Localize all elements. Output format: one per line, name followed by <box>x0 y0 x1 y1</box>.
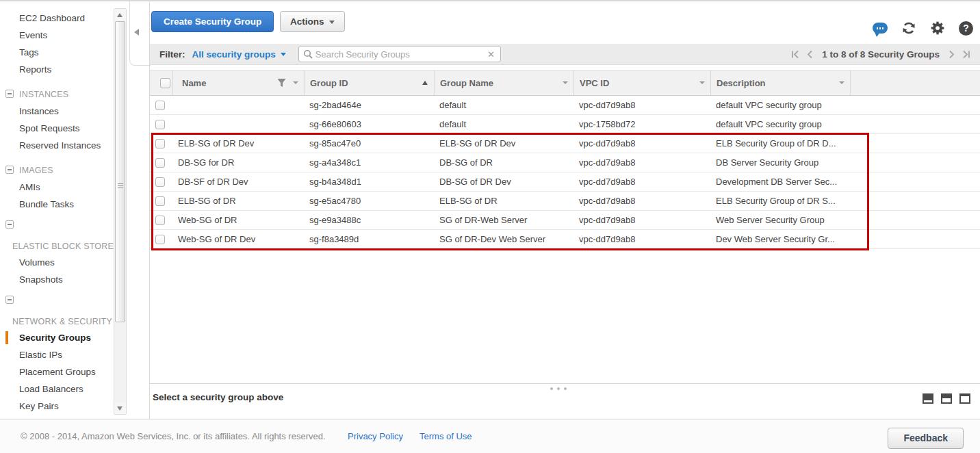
sidebar-item[interactable] <box>0 294 114 307</box>
sidebar-item[interactable] <box>0 218 114 232</box>
collapse-minus-icon[interactable] <box>5 90 14 98</box>
scrollbar-thumb[interactable] <box>115 21 125 322</box>
sidebar-item[interactable]: INSTANCES <box>0 86 114 103</box>
column-header-description[interactable]: Description <box>710 70 850 95</box>
sidebar-item[interactable]: Reports <box>0 61 114 78</box>
row-checkbox[interactable] <box>155 177 165 187</box>
table-row[interactable]: Web-SG of DR Dev sg-f8a3489d SG of DR-De… <box>150 230 980 249</box>
search-input[interactable] <box>313 49 487 60</box>
sidebar-item[interactable]: Instances <box>0 103 114 120</box>
sidebar-item-label: Security Groups <box>19 333 91 343</box>
cell-empty <box>850 96 980 114</box>
column-header-group-name[interactable]: Group Name <box>434 70 573 95</box>
sidebar-collapse-tab[interactable] <box>129 1 151 66</box>
pane-size-large-icon[interactable] <box>959 393 970 404</box>
feedback-chat-icon[interactable] <box>873 23 888 34</box>
table-row[interactable]: Web-SG of DR sg-e9a3488c SG of DR-Web Se… <box>150 211 980 230</box>
actions-button[interactable]: Actions <box>280 11 345 32</box>
sidebar-item[interactable]: ELASTIC BLOCK STORE <box>0 239 114 254</box>
scroll-down-button[interactable] <box>114 402 126 414</box>
privacy-policy-link[interactable]: Privacy Policy <box>348 431 403 441</box>
feedback-button[interactable]: Feedback <box>888 428 964 449</box>
table-row[interactable]: DB-SG for DR sg-a4a348c1 DB-SG of DR vpc… <box>150 153 980 172</box>
sidebar-item[interactable]: Events <box>0 27 114 44</box>
sidebar-item[interactable]: NETWORK & SECURITY <box>0 314 114 329</box>
row-checkbox[interactable] <box>155 158 165 168</box>
sidebar-item[interactable]: Placement Groups <box>0 363 114 380</box>
row-checkbox-cell <box>150 134 172 153</box>
chevron-left-icon <box>134 29 139 36</box>
collapse-minus-icon[interactable] <box>5 166 14 174</box>
sidebar-item[interactable]: IMAGES <box>0 161 114 179</box>
sidebar-item[interactable]: Spot Requests <box>0 120 114 137</box>
cell-name: Web-SG of DR Dev <box>172 230 304 248</box>
sidebar-item[interactable]: Security Groups <box>0 329 114 346</box>
sidebar-item-label: Reports <box>19 64 51 75</box>
cell-group-name: ELB-SG of DR <box>434 192 573 210</box>
sidebar-item[interactable]: EC2 Dashboard <box>0 10 114 27</box>
row-checkbox[interactable] <box>155 196 165 206</box>
table-row[interactable]: sg-66e80603 default vpc-1758bd72 default… <box>150 115 980 134</box>
cell-empty <box>850 192 980 210</box>
chevron-down-icon <box>329 21 335 24</box>
clear-search-icon[interactable]: ✕ <box>487 49 495 60</box>
table-row[interactable]: DB-SF of DR Dev sg-b4a348d1 DB-SG of DR … <box>150 172 980 192</box>
settings-gear-icon[interactable] <box>930 21 945 36</box>
row-checkbox[interactable] <box>155 139 165 148</box>
filter-funnel-icon[interactable] <box>277 78 286 88</box>
sidebar-item[interactable]: Snapshots <box>0 271 114 288</box>
sidebar-item[interactable]: Tags <box>0 44 114 61</box>
sidebar-item[interactable]: Key Pairs <box>0 398 114 415</box>
cell-vpc-id: vpc-dd7d9ab8 <box>573 230 710 248</box>
sidebar-item-label: Instances <box>19 106 59 116</box>
cell-group-id: sg-85ac47e0 <box>304 134 434 153</box>
filter-scope-dropdown[interactable]: All security groups <box>192 49 286 60</box>
table-row[interactable]: sg-2bad464e default vpc-dd7d9ab8 default… <box>150 96 980 115</box>
last-page-button[interactable] <box>962 50 970 59</box>
sidebar-item[interactable]: AMIs <box>0 179 114 196</box>
select-all-checkbox[interactable] <box>160 78 170 88</box>
cell-description: default VPC security group <box>710 115 850 133</box>
chevron-down-icon <box>699 81 705 84</box>
refresh-icon[interactable] <box>901 21 916 36</box>
row-checkbox-cell <box>150 192 172 210</box>
row-checkbox[interactable] <box>155 216 165 225</box>
terms-of-use-link[interactable]: Terms of Use <box>420 431 472 441</box>
row-checkbox-cell <box>150 230 172 248</box>
cell-name: ELB-SG of DR <box>172 192 304 210</box>
row-checkbox[interactable] <box>155 235 165 244</box>
cell-group-name: SG of DR-Dev Web Server <box>434 230 573 248</box>
row-checkbox[interactable] <box>155 120 165 129</box>
create-security-group-button[interactable]: Create Security Group <box>151 11 274 32</box>
detail-pane: Select a security group above <box>150 383 980 419</box>
sidebar-item[interactable]: Load Balancers <box>0 380 114 398</box>
help-icon[interactable]: ? <box>959 21 973 36</box>
pane-layout-toggles <box>923 393 970 404</box>
row-checkbox[interactable] <box>155 101 165 110</box>
pane-size-medium-icon[interactable] <box>941 393 952 404</box>
sidebar-scrollbar[interactable] <box>114 8 127 415</box>
collapse-minus-icon[interactable] <box>5 220 14 229</box>
table-row[interactable]: ELB-SG of DR Dev sg-85ac47e0 ELB-SG of D… <box>150 134 980 153</box>
pagination-label: 1 to 8 of 8 Security Groups <box>822 49 940 60</box>
scroll-up-button[interactable] <box>114 9 126 21</box>
column-header-group-id[interactable]: Group ID <box>304 70 434 95</box>
first-page-button[interactable] <box>791 50 800 59</box>
collapse-minus-icon[interactable] <box>5 296 14 304</box>
sidebar-item[interactable]: Elastic IPs <box>0 346 114 363</box>
column-header-name[interactable]: Name <box>172 70 304 95</box>
sidebar-item-label: Key Pairs <box>19 401 59 411</box>
column-header-vpc-id[interactable]: VPC ID <box>573 70 710 95</box>
cell-group-id: sg-2bad464e <box>304 96 434 114</box>
table-row[interactable]: ELB-SG of DR sg-e5ac4780 ELB-SG of DR vp… <box>150 192 980 211</box>
sidebar-item[interactable]: Reserved Instances <box>0 137 114 154</box>
previous-page-button[interactable] <box>806 50 813 59</box>
security-groups-table: sg-2bad464e default vpc-dd7d9ab8 default… <box>150 96 980 249</box>
pane-drag-handle-icon[interactable] <box>550 387 567 390</box>
sidebar-item[interactable]: Bundle Tasks <box>0 196 114 213</box>
sidebar-item[interactable]: Volumes <box>0 254 114 271</box>
pane-size-small-icon[interactable] <box>923 393 933 404</box>
next-page-button[interactable] <box>949 50 955 59</box>
chevron-down-icon <box>293 81 298 84</box>
sidebar-item-label: Reserved Instances <box>19 140 101 151</box>
